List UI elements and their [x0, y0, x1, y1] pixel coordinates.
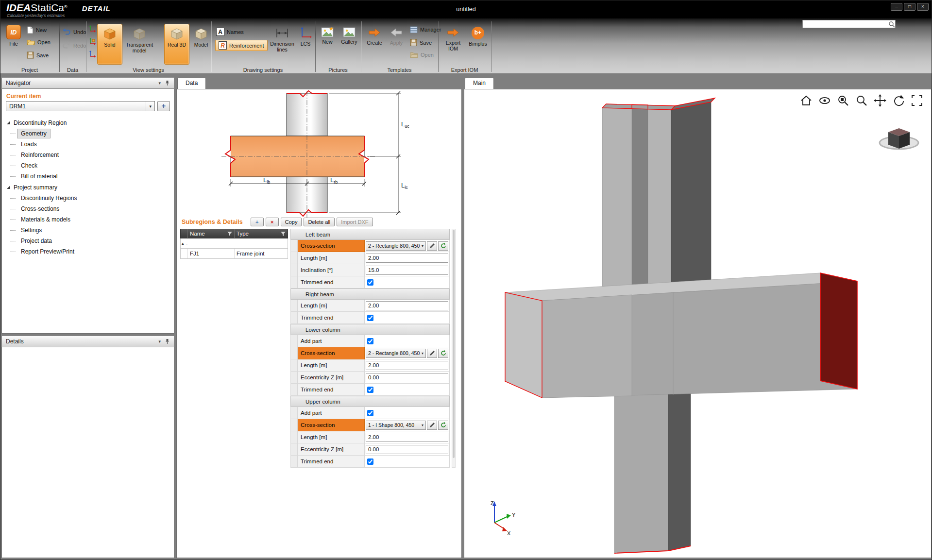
panel-menu-icon[interactable]: ▾ — [158, 339, 161, 344]
solid-view-button[interactable]: Solid — [97, 24, 122, 65]
viewport-3d[interactable]: Z Y X — [464, 89, 932, 558]
expander-icon[interactable] — [7, 121, 10, 124]
close-button[interactable]: × — [917, 3, 929, 11]
dimension-lines-button[interactable]: Dimension lines — [269, 24, 296, 65]
panel-menu-icon[interactable]: ▾ — [158, 81, 161, 85]
zoom-window-button[interactable] — [836, 93, 850, 108]
collapse-icon[interactable]: ▴ — [182, 241, 184, 246]
trimmed-end-checkbox[interactable] — [367, 387, 373, 393]
template-save-button[interactable]: Save — [410, 39, 432, 46]
trimmed-end-checkbox[interactable] — [367, 279, 373, 286]
pin-icon[interactable] — [165, 339, 170, 344]
column-header-name[interactable]: Name — [188, 229, 235, 238]
property-row-cross-section: Cross-section 1 - I Shape 800, 450▾ — [290, 419, 450, 431]
delete-subregion-button[interactable]: × — [266, 218, 279, 226]
template-create-button[interactable]: Create — [363, 24, 386, 65]
sidebar-item-geometry[interactable]: Geometry — [2, 128, 174, 139]
tree-node-project-summary[interactable]: Project summary — [2, 182, 174, 193]
eccentricity-input[interactable] — [366, 445, 448, 454]
sidebar-item-report-preview-print[interactable]: Report Preview/Print — [2, 246, 174, 257]
trimmed-end-checkbox[interactable] — [367, 458, 373, 465]
copy-button[interactable]: Copy — [281, 218, 302, 226]
sidebar-item-loads[interactable]: Loads — [2, 139, 174, 150]
cross-section-combobox[interactable]: 2 - Rectangle 800, 450▾ — [366, 241, 426, 251]
lcs-button[interactable]: LCS — [298, 24, 313, 65]
add-part-checkbox[interactable] — [367, 410, 373, 416]
length-input[interactable] — [366, 254, 448, 263]
file-button[interactable]: ID File — [3, 25, 24, 47]
refresh-cross-section-button[interactable] — [438, 349, 448, 358]
export-iom-button[interactable]: Export IOM — [441, 24, 466, 65]
redo-button[interactable]: Redo — [62, 42, 86, 49]
add-region-button[interactable]: + — [157, 101, 170, 111]
sidebar-item-cross-sections[interactable]: Cross-sections — [2, 204, 174, 214]
search-box[interactable] — [802, 20, 896, 28]
length-input[interactable] — [366, 301, 448, 310]
undo-button[interactable]: Undo — [62, 28, 86, 35]
view-axes-button-2[interactable] — [89, 38, 96, 47]
eccentricity-input[interactable] — [366, 373, 448, 382]
edit-cross-section-button[interactable] — [427, 349, 437, 358]
search-input[interactable] — [803, 20, 888, 28]
sidebar-item-settings[interactable]: Settings — [2, 225, 174, 236]
reinforcement-toggle[interactable]: R Reinforcement — [215, 40, 268, 51]
new-picture-button[interactable]: New — [318, 24, 337, 65]
filter-funnel-icon[interactable] — [227, 232, 232, 236]
tree-node-discontinuity-region[interactable]: Discontinuity Region — [2, 117, 174, 128]
length-input[interactable] — [366, 433, 448, 442]
table-row[interactable]: FJ1 Frame joint — [180, 249, 288, 259]
maximize-button[interactable]: □ — [904, 3, 915, 11]
import-dxf-button[interactable]: Import DXF — [337, 218, 373, 226]
template-open-button[interactable]: Open — [410, 51, 434, 58]
filter-funnel-icon[interactable] — [281, 232, 286, 236]
view-axes-button-3[interactable] — [89, 51, 96, 60]
current-item-combobox[interactable]: DRM1 ▾ — [6, 101, 155, 111]
template-apply-button[interactable]: Apply — [387, 24, 406, 65]
gallery-button[interactable]: Gallery — [339, 24, 359, 65]
delete-all-button[interactable]: Delete all — [304, 218, 335, 226]
sidebar-item-project-data[interactable]: Project data — [2, 236, 174, 246]
zoom-button[interactable] — [854, 93, 869, 108]
edit-cross-section-button[interactable] — [427, 241, 437, 251]
length-input[interactable] — [366, 361, 448, 370]
rotate-button[interactable] — [891, 93, 906, 108]
tab-main[interactable]: Main — [465, 78, 494, 89]
sidebar-item-bill-of-material[interactable]: Bill of material — [2, 171, 174, 182]
tab-data[interactable]: Data — [177, 78, 206, 89]
properties-scrollbar[interactable] — [452, 229, 456, 468]
add-part-checkbox[interactable] — [367, 338, 373, 344]
save-disk-icon — [27, 51, 34, 59]
sidebar-item-materials-models[interactable]: Materials & models — [2, 214, 174, 225]
home-view-button[interactable] — [799, 93, 813, 108]
inclination-input[interactable] — [366, 266, 448, 275]
edit-cross-section-button[interactable] — [427, 421, 437, 430]
cross-section-combobox[interactable]: 1 - I Shape 800, 450▾ — [366, 421, 426, 430]
sidebar-item-reinforcement[interactable]: Reinforcement — [2, 150, 174, 160]
pan-button[interactable] — [873, 93, 887, 108]
template-manager-button[interactable]: Manager — [410, 26, 441, 33]
add-subregion-button[interactable]: + — [251, 218, 264, 226]
column-header-type[interactable]: Type — [235, 229, 288, 238]
bimplus-button[interactable]: b+ Bimplus — [467, 24, 489, 65]
save-project-button[interactable]: Save — [27, 51, 49, 59]
cross-section-combobox[interactable]: 2 - Rectangle 800, 450▾ — [366, 349, 426, 358]
sidebar-item-check[interactable]: Check — [2, 160, 174, 171]
names-toggle[interactable]: A Names — [216, 28, 244, 36]
fullscreen-button[interactable] — [910, 93, 924, 108]
view-cube[interactable] — [878, 120, 920, 153]
minimize-button[interactable]: – — [891, 3, 902, 11]
view-direction-button[interactable] — [817, 93, 832, 108]
refresh-cross-section-button[interactable] — [438, 241, 448, 251]
open-project-button[interactable]: Open — [27, 39, 51, 45]
pin-icon[interactable] — [165, 80, 170, 86]
real-3d-button[interactable]: Real 3D — [164, 24, 189, 65]
expander-icon[interactable] — [7, 186, 10, 189]
trimmed-end-checkbox[interactable] — [367, 315, 373, 321]
model-view-button[interactable]: Model — [191, 24, 211, 65]
transparent-model-button[interactable]: Transparent model — [124, 24, 154, 65]
table-group-row[interactable]: ▴ - — [180, 238, 288, 249]
view-axes-button-1[interactable] — [89, 25, 96, 34]
new-project-button[interactable]: New — [27, 26, 47, 34]
sidebar-item-discontinuity-regions[interactable]: Discontinuity Regions — [2, 193, 174, 204]
refresh-cross-section-button[interactable] — [438, 421, 448, 430]
